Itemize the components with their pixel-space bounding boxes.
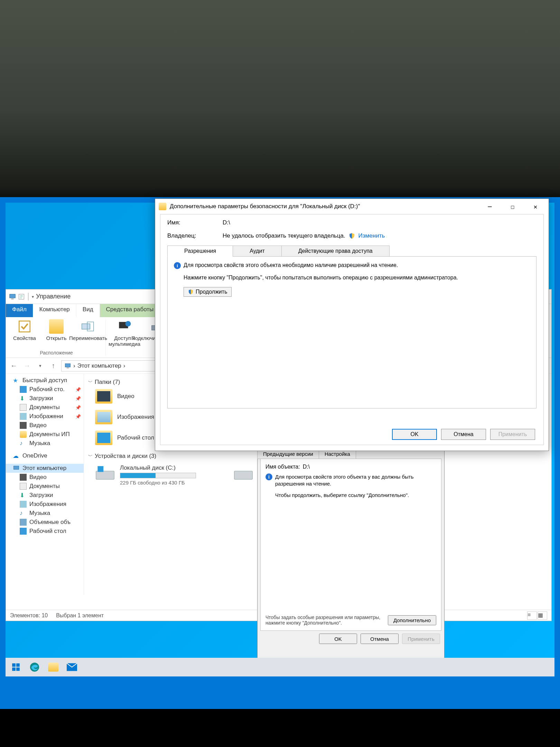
nav-back[interactable]: ← bbox=[9, 361, 19, 371]
breadcrumb-sep: › bbox=[123, 362, 125, 369]
svg-rect-15 bbox=[97, 466, 103, 472]
uac-shield-icon bbox=[188, 289, 194, 295]
svg-rect-4 bbox=[82, 324, 90, 329]
qat-dropdown-icon[interactable]: ▾ bbox=[32, 294, 34, 299]
pictures-folder-icon bbox=[95, 410, 112, 424]
sidebar-pc-videos[interactable]: Видео bbox=[6, 473, 84, 482]
nav-up[interactable]: ↑ bbox=[48, 361, 58, 371]
advanced-button[interactable]: Дополнительно bbox=[388, 615, 436, 625]
edge-icon bbox=[29, 662, 40, 672]
taskbar-mail[interactable] bbox=[64, 660, 80, 675]
drive-c[interactable]: Локальный диск (C:) 229 ГБ свободно из 4… bbox=[95, 464, 220, 486]
properties-qat-icon[interactable] bbox=[18, 293, 25, 301]
sidebar-pc-desktop[interactable]: Рабочий стол bbox=[6, 527, 84, 536]
ribbon-open[interactable]: Открыть bbox=[42, 319, 71, 341]
pictures-icon bbox=[20, 501, 27, 508]
ribbon-properties[interactable]: Свойства bbox=[10, 319, 39, 341]
status-item-count: Элементов: 10 bbox=[10, 612, 48, 619]
tab-view[interactable]: Вид bbox=[76, 304, 100, 317]
drive-properties-dialog: Общие Сервис Оборудование Доступ Безопас… bbox=[257, 439, 445, 661]
advsec-title: Дополнительные параметры безопасности дл… bbox=[170, 203, 477, 210]
tab-auditing[interactable]: Аудит bbox=[233, 246, 282, 257]
breadcrumb-thispc[interactable]: Этот компьютер bbox=[77, 362, 121, 369]
tab-permissions[interactable]: Разрешения bbox=[167, 246, 233, 257]
ribbon-media-access[interactable]: Доступ к мультимедиа bbox=[110, 319, 139, 347]
cancel-button[interactable]: Отмена bbox=[361, 634, 399, 644]
pin-icon: 📌 bbox=[75, 387, 81, 392]
videos-icon bbox=[20, 422, 27, 429]
nav-recent-dropdown[interactable]: ▾ bbox=[35, 361, 45, 371]
videos-folder-icon bbox=[95, 389, 112, 404]
local-disk-icon bbox=[233, 464, 253, 481]
sidebar-pc-pictures[interactable]: Изображения bbox=[6, 500, 84, 509]
name-value: D:\ bbox=[223, 219, 230, 226]
sidebar-quick-access[interactable]: ★Быстрый доступ bbox=[6, 376, 84, 385]
explorer-sidebar: ★Быстрый доступ Рабочий сто.📌 ⬇Загрузки📌… bbox=[6, 374, 84, 595]
tab-computer[interactable]: Компьютер bbox=[33, 304, 76, 317]
svg-rect-18 bbox=[16, 663, 20, 667]
pin-icon: 📌 bbox=[75, 414, 81, 419]
apply-button[interactable]: Применить bbox=[402, 634, 440, 644]
advsec-titlebar[interactable]: Дополнительные параметры безопасности дл… bbox=[155, 199, 549, 214]
svg-rect-20 bbox=[16, 667, 20, 671]
advsec-info-1: Для просмотра свойств этого объекта необ… bbox=[184, 262, 398, 268]
star-icon: ★ bbox=[13, 377, 20, 384]
owner-label: Владелец: bbox=[167, 232, 209, 239]
sidebar-this-pc[interactable]: Этот компьютер bbox=[6, 464, 84, 473]
videos-icon bbox=[20, 474, 27, 481]
ok-button[interactable]: OK bbox=[392, 429, 437, 440]
sidebar-pc-music[interactable]: ♪Музыка bbox=[6, 509, 84, 518]
sidebar-documents-quick[interactable]: Документы📌 bbox=[6, 403, 84, 412]
svg-rect-14 bbox=[96, 471, 114, 479]
taskbar-edge[interactable] bbox=[27, 660, 42, 675]
rename-icon bbox=[81, 319, 95, 334]
music-icon: ♪ bbox=[20, 440, 27, 447]
taskbar-explorer[interactable] bbox=[46, 660, 61, 675]
sidebar-pictures-quick[interactable]: Изображени📌 bbox=[6, 412, 84, 421]
drive-c-label: Локальный диск (C:) bbox=[120, 464, 196, 471]
mail-icon bbox=[67, 663, 77, 671]
change-owner-link[interactable]: Изменить bbox=[358, 232, 385, 239]
local-disk-icon bbox=[95, 464, 115, 481]
view-details-button[interactable]: ≡ bbox=[527, 611, 537, 620]
ok-button[interactable]: OK bbox=[319, 634, 357, 644]
windows-logo-icon bbox=[11, 663, 20, 672]
desktop-icon bbox=[20, 528, 27, 535]
continue-button[interactable]: Продолжить bbox=[184, 287, 232, 297]
sidebar-desktop-quick[interactable]: Рабочий сто.📌 bbox=[6, 385, 84, 394]
maximize-button[interactable]: ☐ bbox=[503, 200, 522, 213]
svg-rect-13 bbox=[14, 466, 19, 469]
music-icon: ♪ bbox=[20, 510, 27, 517]
apply-button[interactable]: Применить bbox=[490, 429, 535, 440]
sidebar-onedrive[interactable]: ☁OneDrive bbox=[6, 451, 84, 460]
breadcrumb-root-sep: › bbox=[73, 362, 75, 369]
advanced-security-window: Дополнительные параметры безопасности дл… bbox=[155, 199, 549, 451]
minimize-button[interactable]: ─ bbox=[480, 200, 500, 213]
cancel-button[interactable]: Отмена bbox=[441, 429, 486, 440]
ribbon-rename[interactable]: Переименовать bbox=[74, 319, 103, 341]
media-streaming-icon bbox=[117, 319, 132, 334]
close-button[interactable]: ✕ bbox=[526, 200, 545, 213]
nav-forward[interactable]: → bbox=[22, 361, 32, 371]
folder-open-icon bbox=[49, 319, 64, 334]
sidebar-pc-downloads[interactable]: ⬇Загрузки bbox=[6, 491, 84, 500]
downloads-icon: ⬇ bbox=[20, 395, 27, 402]
svg-rect-3 bbox=[19, 321, 30, 332]
sidebar-pc-3d[interactable]: Объемные объ bbox=[6, 518, 84, 527]
advsec-tabs: Разрешения Аудит Действующие права досту… bbox=[167, 246, 536, 257]
sidebar-pc-documents[interactable]: Документы bbox=[6, 482, 84, 491]
tab-file[interactable]: Файл bbox=[6, 304, 33, 317]
sidebar-videos-quick[interactable]: Видео bbox=[6, 421, 84, 430]
view-tiles-button[interactable]: ▦ bbox=[538, 611, 547, 620]
sidebar-music-quick[interactable]: ♪Музыка bbox=[6, 439, 84, 448]
sidebar-downloads-quick[interactable]: ⬇Загрузки📌 bbox=[6, 394, 84, 403]
start-button[interactable] bbox=[8, 660, 24, 675]
object-name-value: D:\ bbox=[303, 464, 310, 470]
security-message-2: Чтобы продолжить, выберите ссылку "Допол… bbox=[275, 492, 436, 499]
ribbon-group-location: Расположение bbox=[40, 350, 73, 356]
status-selection: Выбран 1 элемент bbox=[56, 612, 104, 619]
drive-c-usage-bar bbox=[120, 473, 196, 478]
owner-value: Не удалось отобразить текущего владельца… bbox=[223, 232, 345, 239]
sidebar-docs-ip[interactable]: Документы ИП bbox=[6, 430, 84, 439]
tab-effective-access[interactable]: Действующие права доступа bbox=[281, 246, 390, 257]
